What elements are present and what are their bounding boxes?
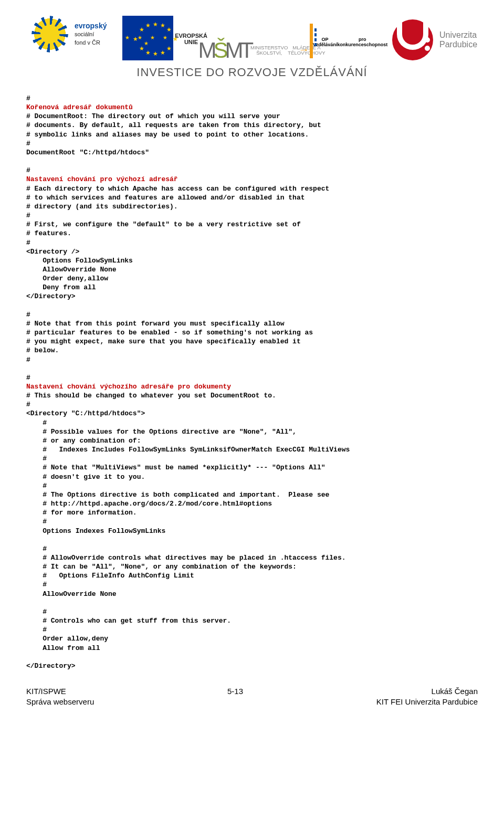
header-logos: evropský sociální fond v ČR EVROPSKÁ UNI… <box>26 10 478 60</box>
esf-sub1: sociální <box>75 31 94 37</box>
op-square-icon <box>310 24 313 58</box>
section-body-1: # DocumentRoot: The directory out of whi… <box>26 112 321 156</box>
section-heading-1: Kořenová adresář dokumentů <box>26 103 133 111</box>
footer-center: 5-13 <box>227 686 243 707</box>
msmt-glyph-icon: MŠMT <box>198 40 250 60</box>
msmt-line1: MINISTERSTVO ŠKOLSTVÍ, <box>250 45 288 56</box>
msmt-logo: MŠMT MINISTERSTVO ŠKOLSTVÍ, MLÁDEŽE A TĚ… <box>218 40 305 60</box>
section-heading-2: Nastavení chování pro výchozí adresář <box>26 175 178 183</box>
footer-left1: KIT/ISPWE <box>26 687 66 696</box>
banner-text: INVESTICE DO ROZVOJE VZDĚLÁVÁNÍ <box>26 66 478 79</box>
esf-logo: evropský sociální fond v ČR <box>26 10 113 60</box>
footer: KIT/ISPWE Správa webserveru 5-13 Lukáš Č… <box>26 686 478 707</box>
eu-logo: EVROPSKÁ UNIE <box>122 16 209 60</box>
page: evropský sociální fond v ČR EVROPSKÁ UNI… <box>0 0 504 722</box>
uni-text: Univerzita Pardubice <box>439 30 477 49</box>
footer-left: KIT/ISPWE Správa webserveru <box>26 686 94 707</box>
footer-right2: KIT FEI Univerzita Pardubice <box>376 697 478 706</box>
eu-flag-icon <box>122 16 173 60</box>
footer-left2: Správa webserveru <box>26 697 94 706</box>
uni-disc-icon <box>392 19 433 60</box>
section-heading-3: Nastavení chování výchozího adresáře pro… <box>26 383 231 391</box>
section-body-3: # This should be changed to whatever you… <box>26 392 350 670</box>
esf-text: evropský sociální fond v ČR <box>75 22 107 46</box>
uni-line2: Pardubice <box>439 40 477 49</box>
op-logo: OP Vzdělávání pro konkurenceschopnost <box>314 24 383 60</box>
footer-right: Lukáš Čegan KIT FEI Univerzita Pardubice <box>376 686 478 707</box>
section-body-2: # Each directory to which Apache has acc… <box>26 185 329 364</box>
esf-sub2: fond v ČR <box>75 39 100 46</box>
footer-right1: Lukáš Čegan <box>432 687 478 696</box>
uni-line1: Univerzita <box>439 30 477 40</box>
config-code: # Kořenová adresář dokumentů # DocumentR… <box>26 94 478 670</box>
op-line2: pro konkurenceschopnost <box>337 37 387 47</box>
esf-burst-icon <box>26 10 74 58</box>
esf-title: evropský <box>75 22 107 30</box>
uni-logo: Univerzita Pardubice <box>392 19 477 60</box>
